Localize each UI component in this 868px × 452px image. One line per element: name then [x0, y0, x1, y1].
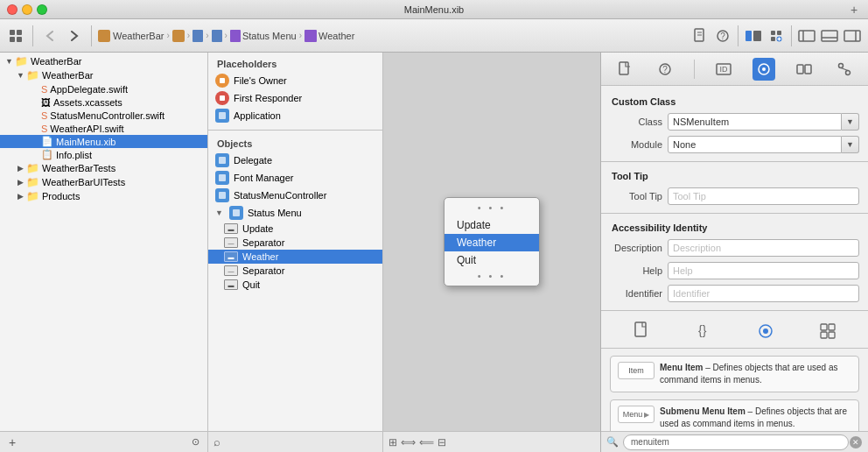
- obj-delegate[interactable]: Delegate: [208, 152, 382, 169]
- obj-files-owner[interactable]: File's Owner: [208, 72, 382, 89]
- menu-preview-quit[interactable]: Quit: [444, 251, 539, 269]
- tree-item-weatherbar-root[interactable]: ▼ 📁 WeatherBar: [0, 54, 207, 68]
- inspector-id-tab[interactable]: ID: [712, 58, 735, 81]
- tree-item-products[interactable]: ▶ 📁 Products: [0, 189, 207, 203]
- svg-rect-12: [777, 31, 781, 35]
- module-input[interactable]: None: [668, 136, 842, 153]
- panel-toggle-right-icon[interactable]: [842, 25, 863, 46]
- menu-bottom-dots: • • •: [478, 271, 507, 281]
- tree-label-root: WeatherBar: [31, 56, 82, 67]
- tree-item-weatherbar[interactable]: ▼ 📁 WeatherBar: [0, 68, 207, 82]
- obj-application[interactable]: Application: [208, 107, 382, 124]
- bc-weather: Weather: [304, 30, 354, 42]
- maximize-button[interactable]: [37, 4, 47, 15]
- class-dropdown-btn[interactable]: ▼: [842, 113, 859, 131]
- view-standard-icon[interactable]: [743, 25, 764, 46]
- info-text-submenu: Submenu Menu Item – Defines objects that…: [660, 406, 851, 430]
- search-clear-button[interactable]: ✕: [849, 435, 863, 449]
- inspector-file-icon[interactable]: [690, 25, 710, 46]
- tree-item-mainmenu[interactable]: 📄 MainMenu.xib: [0, 135, 207, 148]
- inspector-attributes-tab[interactable]: [752, 58, 775, 81]
- inspector-quick-help-tab[interactable]: ?: [654, 58, 676, 81]
- tree-item-infoplist[interactable]: 📋 Info.plist: [0, 148, 207, 161]
- menu-preview-update[interactable]: Update: [444, 216, 539, 234]
- add-object-icon[interactable]: [766, 25, 787, 46]
- help-input[interactable]: Help: [668, 262, 859, 279]
- status-menu-icon: [229, 206, 243, 220]
- toolbar-separator-2: [91, 25, 92, 46]
- tree-item-weatherapi[interactable]: S WeatherAPI.swift: [0, 122, 207, 135]
- bc-status-icon: [230, 30, 241, 42]
- obj-font-manager[interactable]: Font Manager: [208, 169, 382, 187]
- class-input[interactable]: NSMenuItem: [668, 113, 842, 131]
- braces-icon-row[interactable]: {}: [696, 321, 711, 343]
- inspector-help-icon[interactable]: ?: [712, 25, 733, 46]
- canvas-fit-h-icon[interactable]: ⟺: [401, 436, 416, 448]
- svg-rect-47: [829, 324, 835, 330]
- tree-item-assets[interactable]: 🖼 Assets.xcassets: [0, 95, 207, 109]
- folder-icon-root: 📁: [15, 55, 28, 67]
- bc-arrow-2: ›: [187, 31, 190, 40]
- info-box-item: Item Menu Item – Defines objects that ar…: [610, 356, 859, 392]
- toolbar-left-group: WeatherBar › › › › Status Menu › Weather: [5, 25, 354, 46]
- description-input[interactable]: Description: [668, 239, 859, 257]
- inspector-connections-tab[interactable]: [833, 58, 856, 81]
- minimize-button[interactable]: [22, 4, 32, 15]
- tree-item-statusmenucontroller[interactable]: S StatusMenuController.swift: [0, 109, 207, 122]
- grid-view-icon[interactable]: [5, 25, 26, 46]
- add-file-button[interactable]: +: [5, 435, 19, 449]
- svg-rect-48: [821, 332, 827, 338]
- tooltip-field-row: Tool Tip Tool Tip: [601, 185, 868, 208]
- tree-item-uitests[interactable]: ▶ 📁 WeatherBarUITests: [0, 175, 207, 189]
- panel-toggle-bottom-icon[interactable]: [819, 25, 840, 46]
- info-section: Item Menu Item – Defines objects that ar…: [601, 349, 868, 431]
- nav-back-icon[interactable]: [39, 25, 60, 46]
- obj-separator-2[interactable]: — Separator: [208, 264, 382, 278]
- obj-quit[interactable]: ▬ Quit: [208, 278, 382, 292]
- delegate-label: Delegate: [234, 155, 272, 166]
- circle-icon-row[interactable]: [758, 323, 774, 341]
- application-icon: [215, 109, 229, 123]
- svg-text:ID: ID: [720, 65, 729, 74]
- quit-menu-icon: ▬: [224, 279, 238, 290]
- bc-statusmenu: Status Menu: [230, 30, 297, 42]
- obj-first-responder[interactable]: First Responder: [208, 89, 382, 107]
- canvas-fit-v-icon[interactable]: ⟸: [419, 436, 434, 448]
- menu-preview-weather[interactable]: Weather: [444, 234, 539, 251]
- info-text-item: Menu Item – Defines objects that are use…: [660, 362, 851, 386]
- svg-point-36: [762, 67, 766, 71]
- tree-label-tests: WeatherBarTests: [42, 163, 116, 173]
- svg-rect-0: [10, 30, 15, 35]
- canvas-resize-icon[interactable]: ⊟: [438, 436, 446, 448]
- obj-update[interactable]: ▬ Update: [208, 222, 382, 236]
- grid-icon-row[interactable]: [820, 323, 836, 341]
- add-tab-button[interactable]: +: [847, 3, 861, 17]
- tooltip-input[interactable]: Tool Tip: [668, 187, 859, 205]
- module-dropdown-btn[interactable]: ▼: [842, 136, 859, 153]
- obj-status-menu[interactable]: ▼ Status Menu: [208, 204, 382, 222]
- obj-separator-1[interactable]: — Separator: [208, 236, 382, 250]
- panel-toggle-left-icon[interactable]: [796, 25, 817, 46]
- files-owner-icon: [215, 74, 229, 88]
- description-label: Description: [610, 243, 662, 253]
- tree-item-tests[interactable]: ▶ 📁 WeatherBarTests: [0, 161, 207, 175]
- inspector-file-tab[interactable]: [613, 58, 636, 81]
- doc-icon-row[interactable]: [634, 321, 649, 343]
- class-input-group: NSMenuItem ▼: [668, 113, 859, 131]
- obj-weather[interactable]: ▬ Weather: [208, 250, 382, 264]
- custom-class-title: Custom Class: [601, 93, 868, 110]
- tree-item-appdelegate[interactable]: S AppDelegate.swift: [0, 82, 207, 95]
- canvas-controls: ⊞ ⟺ ⟸ ⊟: [388, 436, 446, 448]
- module-value: None: [673, 139, 696, 150]
- class-label: Class: [610, 117, 662, 127]
- close-button[interactable]: [7, 4, 18, 15]
- filter-button[interactable]: ⊙: [188, 435, 202, 449]
- obj-statusmenucontroller[interactable]: StatusMenuController: [208, 187, 382, 204]
- nav-forward-icon[interactable]: [64, 25, 85, 46]
- inspector-size-tab[interactable]: [793, 58, 816, 81]
- identifier-input[interactable]: Identifier: [668, 285, 859, 302]
- smc-obj-icon: [215, 188, 229, 202]
- inspector-search-input[interactable]: menuitem: [623, 434, 849, 450]
- objects-search-icon[interactable]: ⌕: [214, 435, 220, 448]
- canvas-zoom-icon[interactable]: ⊞: [388, 436, 397, 448]
